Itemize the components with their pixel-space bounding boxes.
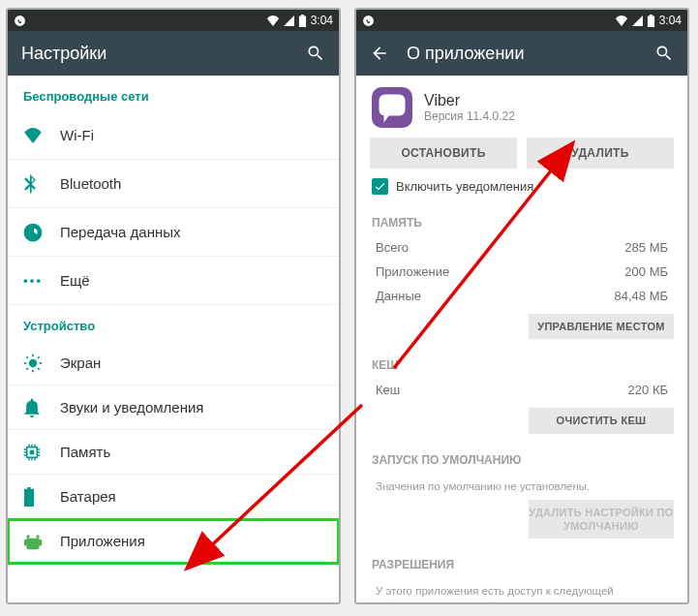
data-usage-icon [23,223,60,242]
kv-value: 285 МБ [624,240,668,255]
search-icon[interactable] [654,44,674,63]
cell-signal-icon [632,15,643,26]
clear-cache-button[interactable]: ОЧИСТИТЬ КЕШ [529,408,674,433]
item-label: Передача данных [60,224,323,240]
section-wireless: Беспроводные сети [8,76,339,111]
apps-icon [23,532,60,551]
kv-value: 200 МБ [624,264,668,279]
battery-icon [23,487,60,507]
back-button[interactable] [370,44,389,63]
cache-row: Кеш 220 КБ [356,378,687,402]
svg-point-3 [29,358,37,366]
section-permissions: РАЗРЕШЕНИЯ [356,544,687,577]
clear-defaults-button: УДАЛИТЬ НАСТРОЙКИ ПО УМОЛЧАНИЮ [529,500,674,539]
checkbox-checked-icon [372,178,388,195]
svg-line-11 [38,356,40,358]
settings-item-data[interactable]: Передача данных [8,208,339,257]
page-title: Настройки [21,44,288,64]
item-label: Wi-Fi [60,127,323,143]
bluetooth-icon [23,174,60,194]
page-title: О приложении [407,44,637,64]
app-bar: Настройки [8,31,339,76]
search-icon[interactable] [306,44,325,63]
svg-line-10 [26,368,28,370]
settings-item-display[interactable]: Экран [8,341,339,385]
item-label: Приложения [60,533,323,549]
settings-item-battery[interactable]: Батарея [8,475,339,519]
viber-app-icon [372,87,412,128]
permissions-text: У этого приложения есть доступ к следующ… [356,577,687,602]
viber-status-icon [362,15,375,27]
kv-value: 84,48 МБ [614,289,668,303]
battery-icon [298,15,307,27]
item-label: Звуки и уведомления [60,399,323,416]
notifications-label: Включить уведомления [396,179,533,194]
kv-label: Приложение [376,264,449,279]
memory-icon [23,444,60,461]
more-icon [23,278,60,284]
storage-data-row: Данные 84,48 МБ [356,284,687,308]
status-bar: 3:04 [356,10,687,31]
clock-text: 3:04 [311,14,333,27]
item-label: Bluetooth [60,175,323,192]
app-version: Версия 11.4.0.22 [424,109,515,123]
settings-item-apps[interactable]: Приложения [8,519,339,564]
settings-screen: 3:04 Настройки Беспроводные сети Wi-Fi B… [6,8,341,604]
bell-icon [23,398,60,417]
kv-label: Данные [376,289,421,303]
svg-line-9 [38,368,40,370]
app-bar: О приложении [356,31,687,76]
section-device: Устройство [8,305,339,341]
app-header: Viber Версия 11.4.0.22 [356,76,687,138]
settings-item-memory[interactable]: Память [8,430,339,475]
svg-point-0 [23,279,27,283]
app-info-content: Viber Версия 11.4.0.22 ОСТАНОВИТЬ УДАЛИТ… [356,76,687,602]
defaults-text: Значения по умолчанию не установлены. [356,473,687,494]
battery-icon [647,15,655,27]
force-stop-button[interactable]: ОСТАНОВИТЬ [370,138,517,169]
storage-total-row: Всего 285 МБ [356,235,687,260]
settings-item-more[interactable]: Ещё [8,257,339,305]
display-icon [23,354,60,373]
viber-status-icon [14,15,26,27]
svg-rect-13 [30,449,35,454]
svg-line-8 [26,356,28,358]
section-defaults: ЗАПУСК ПО УМОЛЧАНИЮ [356,440,687,473]
storage-app-row: Приложение 200 МБ [356,260,687,284]
cell-signal-icon [284,15,294,26]
uninstall-button[interactable]: УДАЛИТЬ [527,138,674,169]
section-storage: ПАМЯТЬ [356,202,687,235]
wifi-signal-icon [266,15,280,26]
kv-label: Кеш [376,383,400,397]
app-name: Viber [424,92,515,109]
status-bar: 3:04 [8,10,339,31]
manage-space-button[interactable]: УПРАВЛЕНИЕ МЕСТОМ [529,314,674,339]
notifications-checkbox-row[interactable]: Включить уведомления [356,178,687,202]
item-label: Батарея [60,488,323,505]
item-label: Ещё [60,272,323,289]
kv-value: 220 КБ [628,383,668,397]
settings-item-sound[interactable]: Звуки и уведомления [8,385,339,430]
wifi-signal-icon [615,15,628,26]
item-label: Память [60,444,323,460]
app-info-screen: 3:04 О приложении Viber Версия 11.4.0.22… [354,8,689,604]
item-label: Экран [60,354,323,371]
settings-item-bluetooth[interactable]: Bluetooth [8,160,339,208]
svg-point-2 [37,279,41,283]
section-cache: КЕШ [356,345,687,378]
kv-label: Всего [376,240,409,255]
svg-point-1 [30,279,34,283]
wifi-icon [23,128,60,143]
settings-list: Беспроводные сети Wi-Fi Bluetooth Переда… [8,76,339,602]
clock-text: 3:04 [659,14,682,27]
settings-item-wifi[interactable]: Wi-Fi [8,111,339,160]
